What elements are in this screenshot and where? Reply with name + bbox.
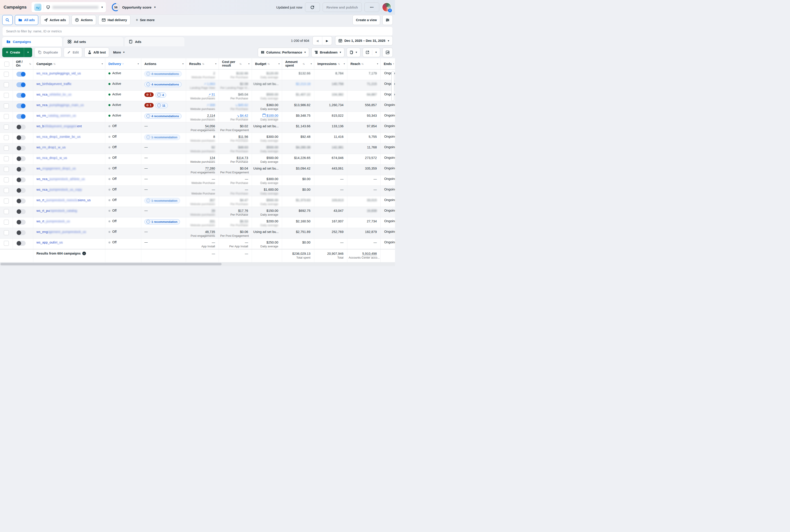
- campaign-toggle[interactable]: [16, 103, 26, 108]
- campaign-name-link[interactable]: ws_nca_pumpleggings_vid_us: [36, 72, 81, 75]
- duplicate-button[interactable]: Duplicate: [34, 48, 61, 57]
- row-checkbox[interactable]: [4, 241, 9, 246]
- avatar[interactable]: f: [382, 2, 391, 12]
- review-and-publish-button[interactable]: Review and publish: [323, 2, 362, 12]
- campaign-toggle[interactable]: [16, 220, 26, 225]
- header-delivery[interactable]: Delivery↑▾: [105, 58, 141, 69]
- header-off-on[interactable]: Off / On↑↓: [13, 58, 33, 69]
- filter-had-delivery[interactable]: Had delivery: [98, 15, 130, 25]
- header-ends[interactable]: Ends↑: [380, 58, 395, 69]
- campaign-name-link[interactable]: ws_birthdayevent_engagement: [36, 124, 82, 128]
- create-dropdown-button[interactable]: ▼: [24, 48, 32, 57]
- tab-ad-sets[interactable]: Ad sets: [63, 37, 123, 46]
- campaign-name-link[interactable]: ws_birthdayevent_traffic: [36, 82, 72, 86]
- row-checkbox[interactable]: [4, 230, 9, 235]
- header-impressions[interactable]: Impressions↑↓▾: [314, 58, 347, 69]
- recommendations-count-pill[interactable]: ↑11: [155, 103, 168, 108]
- date-range-button[interactable]: Dec 1, 2025 – Dec 31, 2025 ▼: [335, 36, 393, 45]
- campaign-name-link[interactable]: ws_nca_pumpleggings_main_us: [36, 103, 84, 107]
- export-button-group[interactable]: ▼: [363, 48, 380, 57]
- header-budget[interactable]: Budget↑↓▾: [252, 58, 282, 69]
- row-checkbox[interactable]: [4, 146, 9, 151]
- campaign-name-link[interactable]: ws_nca_drop1_zombie_bc_us: [36, 135, 80, 138]
- filter-actions[interactable]: Actions: [72, 15, 96, 25]
- header-campaign[interactable]: Campaign↑↓▾: [33, 58, 105, 69]
- row-checkbox[interactable]: [4, 93, 9, 98]
- recommendations-count-pill[interactable]: ↑4: [155, 92, 166, 98]
- edit-button[interactable]: Edit: [64, 48, 82, 57]
- rejected-count-badge[interactable]: ⊘1: [145, 92, 154, 97]
- header-results[interactable]: Results↑↓▾: [186, 58, 219, 69]
- rejected-count-badge[interactable]: ⊘1: [145, 103, 154, 108]
- row-checkbox[interactable]: [4, 209, 9, 214]
- more-button[interactable]: More▼: [111, 51, 127, 54]
- header-amount-spent[interactable]: Amount spent↑↓▾: [282, 58, 314, 69]
- header-cost-per-result[interactable]: Cost per result↑↓▾: [219, 58, 252, 69]
- campaign-toggle[interactable]: [16, 241, 26, 246]
- campaign-toggle[interactable]: [16, 230, 26, 235]
- campaign-toggle[interactable]: [16, 125, 26, 130]
- campaign-name-link[interactable]: ws_nca_whitelist_bc_us: [36, 93, 72, 96]
- campaign-name-link[interactable]: ws_nca_pumprestock_us_copy: [36, 188, 82, 191]
- next-page-button[interactable]: ▶: [322, 36, 332, 45]
- row-checkbox[interactable]: [4, 135, 9, 140]
- tab-ads[interactable]: Ads: [125, 37, 185, 46]
- reports-button[interactable]: ▼: [346, 48, 360, 57]
- row-checkbox[interactable]: [4, 125, 9, 130]
- campaign-toggle[interactable]: [16, 135, 26, 140]
- campaign-name-link[interactable]: ws_rt_pumprestock_noexclusions_us: [36, 198, 91, 202]
- row-checkbox[interactable]: [4, 220, 9, 225]
- campaign-toggle[interactable]: [16, 177, 26, 182]
- horizontal-scrollbar[interactable]: [0, 262, 395, 266]
- filter-all-ads[interactable]: All ads: [15, 15, 38, 25]
- campaign-name-link[interactable]: ws_nca_drop1_w_us: [36, 156, 67, 160]
- search-input[interactable]: [2, 26, 393, 36]
- recommendations-pill[interactable]: ↑1 recommendation: [145, 219, 180, 224]
- charts-button[interactable]: [382, 48, 393, 57]
- row-checkbox[interactable]: [4, 103, 9, 108]
- row-checkbox[interactable]: [4, 188, 9, 193]
- ab-test-button[interactable]: A/B test: [84, 48, 109, 57]
- campaign-name-link[interactable]: ws_rt_pumprestock_us: [36, 220, 70, 223]
- campaign-toggle[interactable]: [16, 114, 26, 119]
- header-actions[interactable]: Actions▾: [141, 58, 186, 69]
- campaign-name-link[interactable]: ws_app_outlet_us: [36, 241, 63, 244]
- row-checkbox[interactable]: [4, 82, 9, 87]
- row-checkbox[interactable]: [4, 72, 9, 77]
- ad-account-selector[interactable]: ▼: [32, 2, 106, 12]
- recommendations-pill[interactable]: ↑4 recommendations: [145, 82, 182, 87]
- recommendations-pill[interactable]: ↑4 recommendations: [145, 114, 182, 119]
- tab-campaigns[interactable]: Campaigns: [2, 37, 62, 46]
- more-options-button[interactable]: •••: [364, 2, 379, 12]
- create-a-view-button[interactable]: Create a view: [353, 15, 380, 25]
- breakdown-button[interactable]: Breakdown▼: [311, 48, 344, 57]
- campaign-name-link[interactable]: ws_engagement_drop1_us: [36, 167, 76, 170]
- campaign-name-link[interactable]: ws_engagement_pumprestock_us: [36, 230, 86, 234]
- row-checkbox[interactable]: [4, 156, 9, 161]
- see-more-filters[interactable]: + See more: [133, 15, 158, 25]
- search-filter-button[interactable]: [2, 15, 13, 25]
- select-all-checkbox[interactable]: [4, 62, 9, 66]
- campaign-toggle[interactable]: [16, 198, 26, 204]
- campaign-toggle[interactable]: [16, 82, 26, 87]
- recommendations-pill[interactable]: ↑1 recommendation: [145, 135, 180, 140]
- campaign-name-link[interactable]: ws_rm_drop1_w_us: [36, 146, 66, 149]
- create-button[interactable]: +Create: [2, 48, 24, 57]
- recommendations-pill[interactable]: ↑4 recommendations: [145, 71, 182, 76]
- campaign-toggle[interactable]: [16, 167, 26, 172]
- campaign-toggle[interactable]: [16, 72, 26, 77]
- campaign-name-link[interactable]: ws_rt_pumprestock_catalog: [36, 209, 77, 212]
- campaign-name-link[interactable]: ws_nca_pumprestock_athlete_us: [36, 177, 85, 181]
- opportunity-score[interactable]: 56 Opportunity score ▼: [112, 3, 156, 11]
- campaign-toggle[interactable]: [16, 209, 26, 214]
- prev-page-button[interactable]: ◀: [313, 36, 322, 45]
- vertical-scrollbar-thumb[interactable]: [391, 71, 394, 101]
- row-checkbox[interactable]: [4, 167, 9, 172]
- campaign-toggle[interactable]: [16, 146, 26, 151]
- header-reach[interactable]: Reach↑↓▾: [347, 58, 380, 69]
- row-checkbox[interactable]: [4, 177, 9, 182]
- columns-button[interactable]: Columns: Performance▼: [258, 48, 309, 57]
- row-checkbox[interactable]: [4, 114, 9, 119]
- horizontal-scrollbar-thumb[interactable]: [0, 263, 222, 265]
- info-icon[interactable]: i: [82, 252, 86, 255]
